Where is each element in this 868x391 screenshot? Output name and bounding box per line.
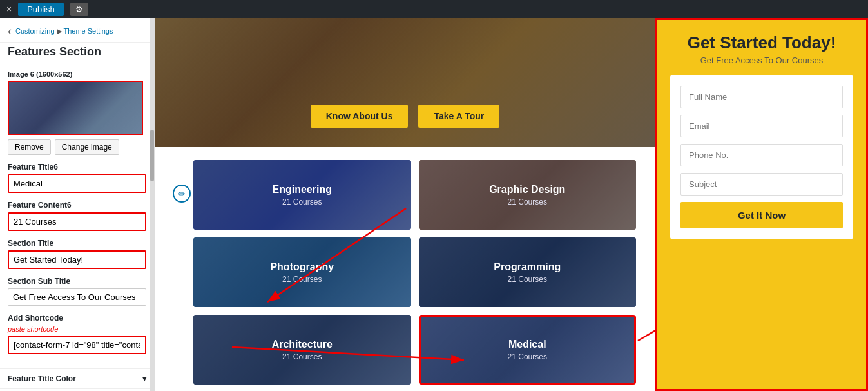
image-preview: [8, 81, 143, 135]
course-overlay-photography: Photography 21 Courses: [193, 237, 411, 307]
change-image-button[interactable]: Change image: [55, 139, 119, 155]
feature-color-bar[interactable]: Feature Title Color ▾: [0, 368, 154, 388]
course-overlay-engineering: Engineering 21 Courses: [193, 160, 411, 230]
section-subtitle-label: Section Sub Title: [8, 277, 146, 286]
full-name-input[interactable]: [680, 86, 843, 108]
feature-content6-input[interactable]: [8, 212, 146, 231]
courses-grid: Engineering 21 Courses Graphic Design 21…: [193, 160, 636, 385]
course-sub-graphic: 21 Courses: [508, 197, 547, 206]
image-overlay: [9, 82, 142, 134]
settings-button[interactable]: ⚙: [70, 3, 88, 16]
image-label: Image 6 (1600x562): [8, 70, 146, 78]
feature-content6-section: Feature Content6: [8, 201, 146, 231]
shortcode-input[interactable]: [8, 336, 146, 354]
section-subtitle-input[interactable]: [8, 288, 146, 306]
scroll-indicator: [150, 18, 154, 391]
image-section: Image 6 (1600x562) Remove Change image: [8, 70, 146, 155]
edit-pencil-icon[interactable]: ✏: [173, 185, 191, 203]
course-title-photography: Photography: [270, 261, 334, 273]
main-layout: ‹ Customizing ▶ Theme Settings Features …: [0, 18, 868, 391]
subject-input[interactable]: [680, 173, 843, 196]
feature-color-label: Feature Title Color: [8, 374, 76, 383]
course-title-medical: Medical: [508, 339, 546, 350]
course-card-engineering[interactable]: Engineering 21 Courses: [193, 160, 411, 230]
course-overlay-architecture: Architecture 21 Courses: [193, 315, 411, 385]
course-overlay-programming: Programming 21 Courses: [419, 237, 637, 307]
feature-title6-input[interactable]: [8, 174, 146, 193]
section-title-input[interactable]: [8, 250, 146, 269]
close-icon[interactable]: ×: [6, 4, 12, 14]
course-sub-programming: 21 Courses: [508, 275, 547, 284]
top-bar: × Publish ⚙: [0, 0, 868, 18]
form-fields: Get It Now: [670, 75, 853, 239]
form-subtitle: Get Free Access To Our Courses: [670, 55, 853, 65]
sidebar-title: Features Section: [0, 43, 154, 64]
section-title-section: Section Title: [8, 239, 146, 269]
course-title-architecture: Architecture: [272, 339, 333, 350]
course-sub-medical: 21 Courses: [508, 352, 547, 361]
course-title-engineering: Engineering: [273, 184, 332, 196]
email-input[interactable]: [680, 115, 843, 137]
feature-content6-label: Feature Content6: [8, 201, 146, 210]
back-button[interactable]: ‹: [8, 25, 12, 38]
sidebar-header: ‹ Customizing ▶ Theme Settings: [0, 18, 154, 43]
publish-button[interactable]: Publish: [18, 3, 64, 16]
submit-button[interactable]: Get It Now: [680, 202, 843, 228]
paste-shortcode-hint: paste shortcode: [8, 325, 146, 333]
section-title-label: Section Title: [8, 239, 146, 248]
course-card-architecture[interactable]: Architecture 21 Courses: [193, 315, 411, 385]
course-title-graphic: Graphic Design: [489, 184, 565, 196]
take-a-tour-button[interactable]: Take A Tour: [418, 105, 499, 128]
hide-controls-bar: Hide Controls 🖼 ⊞ ⚙: [0, 388, 154, 391]
course-card-photography[interactable]: Photography 21 Courses: [193, 237, 411, 307]
shortcode-label: Add Shortcode: [8, 314, 146, 323]
hero-section: Know About Us Take A Tour: [155, 18, 655, 147]
scroll-thumb[interactable]: [150, 130, 154, 181]
course-title-programming: Programming: [494, 261, 561, 273]
chevron-down-icon: ▾: [142, 374, 146, 383]
form-title: Get Started Today!: [670, 33, 853, 53]
feature-title6-section: Feature Title6: [8, 163, 146, 193]
course-overlay-graphic: Graphic Design 21 Courses: [419, 160, 637, 230]
course-card-medical[interactable]: Medical 21 Courses: [419, 315, 637, 385]
courses-section: Engineering 21 Courses Graphic Design 21…: [155, 147, 655, 391]
breadcrumb-customizing[interactable]: Customizing: [15, 27, 55, 35]
shortcode-section: Add Shortcode paste shortcode: [8, 314, 146, 354]
section-subtitle-section: Section Sub Title: [8, 277, 146, 306]
course-sub-photography: 21 Courses: [282, 275, 322, 284]
sidebar-content: Image 6 (1600x562) Remove Change image F…: [0, 64, 154, 368]
content-area: Know About Us Take A Tour ✏ Engineering …: [155, 18, 655, 391]
course-overlay-medical: Medical 21 Courses: [421, 317, 635, 383]
breadcrumb: Customizing ▶ Theme Settings: [15, 27, 113, 35]
hero-buttons: Know About Us Take A Tour: [311, 105, 499, 128]
course-sub-engineering: 21 Courses: [282, 197, 322, 206]
phone-input[interactable]: [680, 144, 843, 166]
sidebar: ‹ Customizing ▶ Theme Settings Features …: [0, 18, 155, 391]
know-about-us-button[interactable]: Know About Us: [311, 105, 409, 128]
course-card-graphic[interactable]: Graphic Design 21 Courses: [419, 160, 637, 230]
remove-image-button[interactable]: Remove: [8, 139, 51, 155]
course-sub-architecture: 21 Courses: [282, 352, 322, 361]
image-buttons: Remove Change image: [8, 139, 146, 155]
form-panel: Get Started Today! Get Free Access To Ou…: [655, 18, 868, 391]
feature-title6-label: Feature Title6: [8, 163, 146, 172]
course-card-programming[interactable]: Programming 21 Courses: [419, 237, 637, 307]
breadcrumb-theme-settings[interactable]: Theme Settings: [63, 27, 113, 35]
